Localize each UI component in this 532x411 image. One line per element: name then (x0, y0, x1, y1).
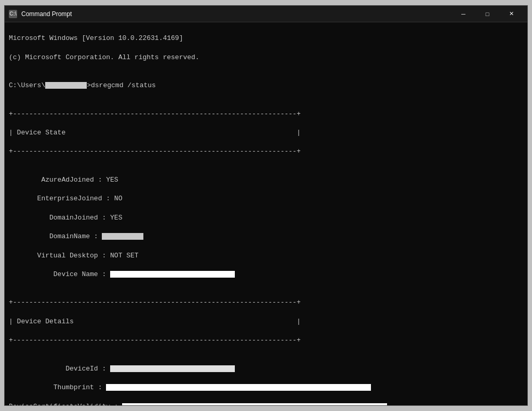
section-device-details: | Device Details | (9, 317, 523, 326)
separator-top: +---------------------------------------… (9, 109, 523, 119)
copyright-line: (c) Microsoft Corporation. All rights re… (9, 53, 523, 62)
domain-joined: DomainJoined : YES (9, 213, 523, 223)
command-prompt-window: C:\ Command Prompt ─ □ ✕ Microsoft Windo… (4, 5, 528, 406)
device-id-line: DeviceId : (9, 364, 523, 374)
close-button[interactable]: ✕ (499, 6, 523, 22)
title-bar: C:\ Command Prompt ─ □ ✕ (5, 6, 527, 22)
window-title: Command Prompt (21, 10, 451, 18)
cmd-icon: C:\ (9, 10, 17, 18)
thumbprint-line: Thumbprint : (9, 383, 523, 392)
separator-device-details-bottom: +---------------------------------------… (9, 336, 523, 345)
minimize-button[interactable]: ─ (451, 6, 475, 22)
separator-bottom: +---------------------------------------… (9, 147, 523, 156)
enterprise-joined: EnterpriseJoined : NO (9, 194, 523, 203)
version-line: Microsoft Windows [Version 10.0.22631.41… (9, 34, 523, 43)
device-cert-line: DeviceCertificateValidity : (9, 402, 523, 406)
maximize-button[interactable]: □ (475, 6, 499, 22)
domain-name: DomainName : (9, 232, 523, 241)
separator-device-details-top: +---------------------------------------… (9, 298, 523, 307)
virtual-desktop: Virtual Desktop : NOT SET (9, 251, 523, 261)
azure-ad-joined: AzureAdJoined : YES (9, 175, 523, 185)
device-name: Device Name : (9, 270, 523, 279)
command-prompt-line: C:\Users\>dsregcmd /status (9, 81, 523, 90)
terminal-content[interactable]: Microsoft Windows [Version 10.0.22631.41… (5, 22, 527, 405)
window-controls: ─ □ ✕ (451, 6, 523, 22)
section-device-state: | Device State | (9, 128, 523, 138)
